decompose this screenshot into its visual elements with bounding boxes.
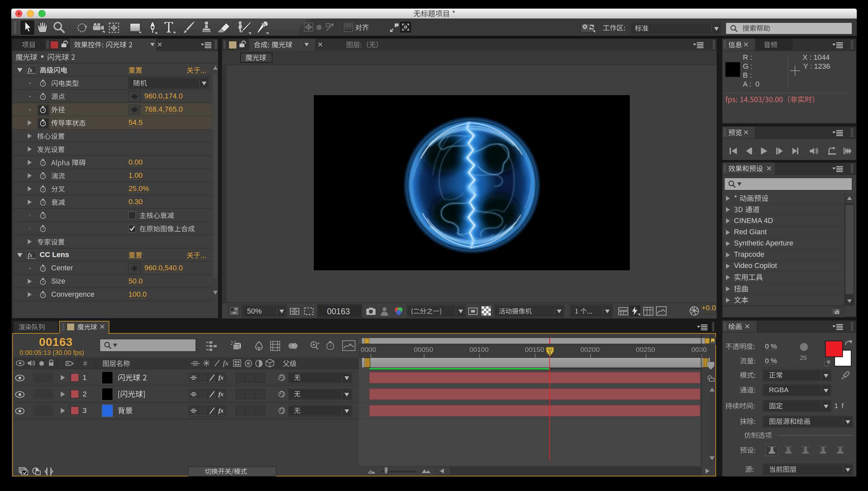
svg-text:fx: fx	[28, 66, 32, 74]
svg-text:fx: fx	[28, 252, 32, 258]
